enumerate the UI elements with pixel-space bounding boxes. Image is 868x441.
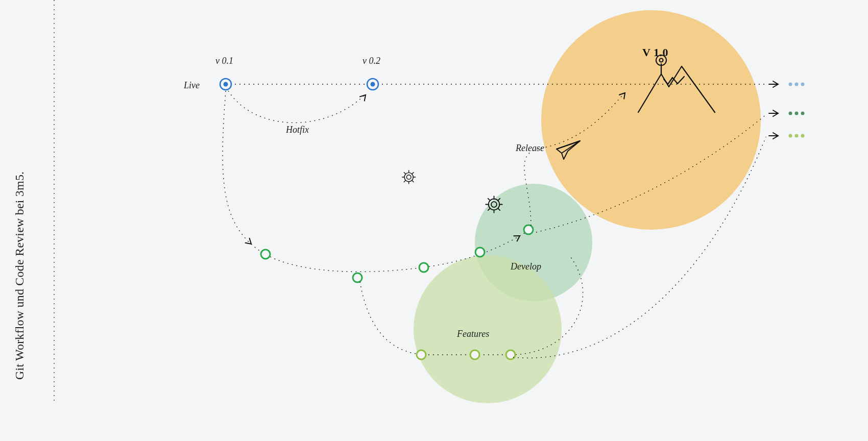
feature-commit	[506, 350, 515, 359]
label-v01: v 0.1	[215, 56, 233, 66]
live-continues-dots	[789, 83, 805, 86]
workflow-diagram: Live v 0.1 v 0.2 Hotfix Develop Release …	[0, 0, 868, 441]
release-blob	[541, 10, 761, 230]
label-v02: v 0.2	[363, 56, 380, 66]
svg-point-15	[371, 82, 375, 87]
hotfix-branch	[228, 91, 365, 122]
develop-commit	[419, 263, 428, 272]
svg-point-16	[261, 250, 270, 259]
svg-point-22	[470, 350, 479, 359]
label-release: Release	[515, 143, 544, 153]
svg-point-17	[353, 273, 362, 282]
features-continues-dots	[789, 134, 805, 138]
develop-commit	[353, 273, 362, 282]
svg-point-13	[224, 82, 228, 87]
label-live: Live	[183, 80, 200, 90]
svg-point-23	[506, 350, 515, 359]
develop-commit	[524, 225, 533, 234]
commit-v0.1	[220, 79, 231, 90]
label-hotfix: Hotfix	[285, 125, 309, 135]
label-v10: V 1.0	[642, 46, 668, 59]
develop-commit	[261, 250, 270, 259]
commit-v0.2	[367, 79, 378, 90]
develop-commit	[475, 248, 485, 257]
gears-icon	[402, 170, 416, 184]
label-develop: Develop	[510, 261, 541, 272]
label-features: Features	[456, 329, 489, 339]
develop-continues-dots	[789, 112, 805, 115]
svg-point-19	[475, 248, 485, 257]
svg-point-18	[419, 263, 428, 272]
feature-commit	[417, 350, 426, 359]
feature-commit	[470, 350, 479, 359]
svg-point-20	[524, 225, 533, 234]
svg-point-21	[417, 350, 426, 359]
